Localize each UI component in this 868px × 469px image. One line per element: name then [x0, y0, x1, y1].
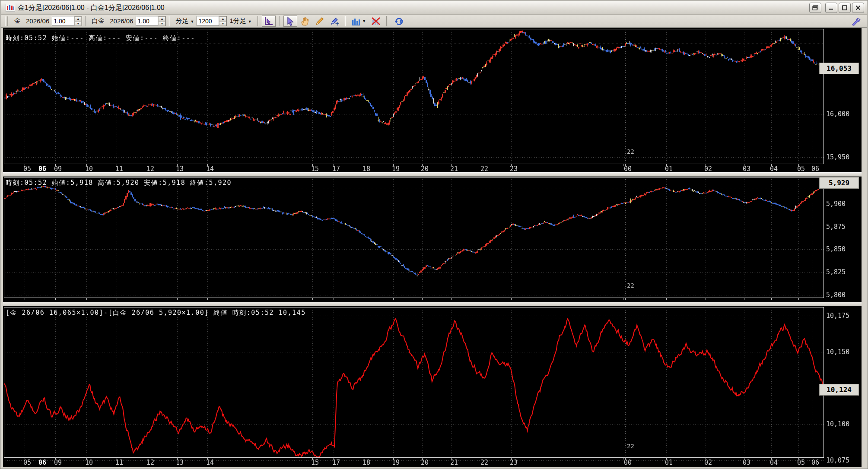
spread-current-price-badge: 10,124: [819, 384, 859, 396]
platinum-y-tick: 5,850: [826, 245, 846, 253]
platinum-y-tick: 5,875: [826, 223, 846, 231]
hour-label: 22: [480, 459, 488, 466]
platinum-current-price-badge: 5,929: [819, 177, 859, 189]
gold-y-tick: 16,000: [826, 110, 849, 118]
gold-panel-info: 時刻:05:52 始値:--- 高値:--- 安値:--- 終値:---: [6, 34, 195, 42]
hour-label: 05: [23, 459, 31, 466]
hour-label: 02: [704, 165, 712, 173]
hour-label: 04: [770, 165, 778, 173]
candlestick-chart-icon: [6, 4, 15, 12]
gold-contract-month: 2026/06: [26, 17, 49, 25]
pencil-icon[interactable]: [313, 16, 327, 27]
platinum-y-tick: 5,900: [826, 200, 846, 208]
hour-label: 22: [480, 165, 488, 173]
hour-label: 18: [362, 165, 370, 173]
panel-splitter[interactable]: [3, 172, 862, 177]
wrench-icon[interactable]: [849, 16, 863, 27]
gold-y-tick: 15,950: [826, 153, 849, 161]
hour-label: 15: [311, 165, 319, 173]
hour-label: 06: [38, 165, 46, 173]
svg-text:R: R: [400, 19, 403, 24]
refresh-icon[interactable]: R: [391, 16, 408, 27]
chart-cursor-icon[interactable]: [262, 16, 276, 27]
chevron-down-icon: ▼: [362, 19, 366, 23]
hour-label: 14: [206, 165, 214, 173]
hour-label: 05: [797, 459, 805, 466]
panel-splitter[interactable]: [3, 302, 862, 306]
gold-current-price-badge: 16,053: [819, 63, 859, 74]
chevron-down-icon: ▼: [248, 19, 252, 24]
toolbar-separator: [169, 16, 170, 26]
bar-chart-icon[interactable]: ▼: [349, 16, 368, 27]
hour-label: 23: [510, 459, 518, 466]
hour-label: 11: [115, 165, 123, 173]
close-icon[interactable]: [852, 3, 864, 13]
hour-label: 02: [704, 459, 712, 466]
minimize-icon[interactable]: [825, 3, 837, 13]
hand-icon[interactable]: [298, 16, 312, 27]
gold-multiplier-input[interactable]: [52, 16, 74, 25]
platinum-panel-info: 時刻:05:52 始値:5,918 高値:5,920 安値:5,918 終値:5…: [6, 179, 232, 187]
hour-label: 00: [624, 165, 632, 173]
maximize-icon[interactable]: [839, 3, 851, 13]
hour-label: 23: [510, 165, 518, 173]
bar-type-dropdown[interactable]: 分足▼: [175, 17, 194, 25]
toolbar-separator: [258, 16, 258, 26]
price-charts-canvas[interactable]: [3, 28, 862, 467]
gold-multiplier-stepper: ▲ ▼: [52, 16, 82, 26]
spin-up-icon[interactable]: ▲: [219, 16, 226, 21]
marker-icon[interactable]: [327, 16, 341, 27]
spread-panel-info: [金 26/06 16,065×1.00]-[白金 26/06 5,920×1.…: [6, 309, 306, 317]
platinum-contract-month: 2026/06: [110, 17, 133, 25]
hour-label: 21: [450, 459, 458, 466]
hour-label: 19: [392, 165, 400, 173]
platinum-label: 白金: [92, 17, 105, 25]
toolbar-grip[interactable]: [5, 16, 8, 26]
spin-down-icon[interactable]: ▼: [158, 21, 165, 26]
hour-label: 10: [85, 165, 93, 173]
window-title: 金1分足[2026/06]1.00 - 白金1分足[2026/06]1.00: [18, 3, 165, 13]
hour-label: 06: [38, 459, 46, 466]
spread-y-tick: 10,100: [826, 420, 849, 428]
platinum-multiplier-stepper: ▲ ▼: [136, 16, 166, 26]
interval-dropdown[interactable]: 1分足▼: [229, 17, 251, 25]
select-arrow-icon[interactable]: [283, 16, 297, 27]
platinum-multiplier-input[interactable]: [136, 16, 158, 25]
toolbar-separator: [345, 16, 346, 26]
hour-label: 01: [665, 165, 673, 173]
spin-up-icon[interactable]: ▲: [74, 16, 82, 21]
chart-area: [3, 28, 862, 467]
hour-label: 11: [115, 459, 123, 466]
gold-label: 金: [14, 17, 21, 25]
window-controls: [809, 3, 864, 13]
hour-label: 13: [176, 459, 184, 466]
hour-label: 03: [743, 165, 750, 173]
hour-label: 15: [311, 459, 319, 466]
hour-label: 09: [54, 165, 62, 173]
bar-count-stepper: ▲ ▼: [197, 16, 227, 26]
platinum-y-tick: 5,825: [826, 268, 846, 276]
hour-label: 10: [85, 459, 93, 466]
hour-label: 18: [362, 459, 370, 466]
bar-count-input[interactable]: [197, 16, 219, 25]
hour-label: 03: [743, 459, 750, 466]
toolbar-separator: [279, 16, 280, 26]
spread-y-tick: 10,075: [826, 456, 849, 464]
hour-label: 04: [770, 459, 778, 466]
date-label: 22: [627, 443, 634, 450]
spin-up-icon[interactable]: ▲: [158, 16, 165, 21]
hour-label: 06: [811, 459, 819, 466]
spin-down-icon[interactable]: ▼: [219, 21, 226, 26]
platinum-y-tick: 5,800: [826, 291, 846, 299]
spin-down-icon[interactable]: ▼: [74, 21, 82, 26]
hour-label: 17: [332, 459, 340, 466]
hour-label: 13: [176, 165, 184, 173]
hour-label: 19: [392, 459, 400, 466]
hour-label: 05: [797, 165, 805, 173]
chevron-down-icon: ▼: [190, 19, 194, 24]
date-label: 22: [627, 148, 634, 155]
toolbar-separator: [386, 16, 387, 26]
cascade-windows-icon[interactable]: [809, 3, 821, 13]
bar-chart-delete-icon[interactable]: [369, 16, 383, 27]
toolbar: 金 2026/06 ▲ ▼ 白金 2026/06 ▲ ▼ 分足▼ ▲: [1, 15, 867, 28]
